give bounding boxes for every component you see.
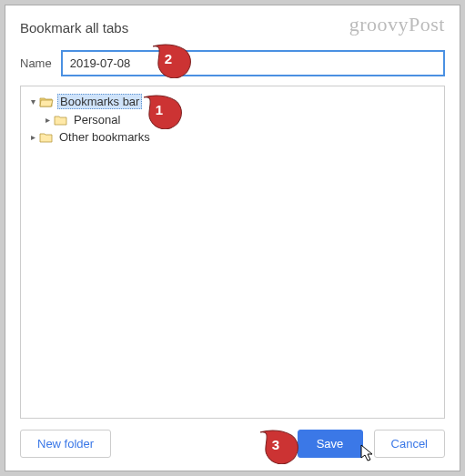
name-label: Name: [20, 56, 52, 70]
bookmark-all-tabs-dialog: groovyPost Bookmark all tabs Name ▾ Book…: [5, 5, 460, 471]
cancel-button[interactable]: Cancel: [374, 430, 445, 458]
folder-open-icon: [39, 96, 54, 108]
folder-tree[interactable]: ▾ Bookmarks bar ▸ Personal ▸: [20, 86, 445, 419]
new-folder-button[interactable]: New folder: [20, 430, 111, 458]
chevron-right-icon[interactable]: ▸: [41, 115, 54, 125]
button-row: New folder Save Cancel: [20, 430, 445, 458]
name-row: Name: [20, 50, 445, 76]
save-button[interactable]: Save: [298, 430, 363, 458]
name-input[interactable]: [61, 50, 445, 76]
tree-item-label: Personal: [72, 113, 122, 127]
tree-item-personal[interactable]: ▸ Personal: [25, 111, 440, 128]
chevron-down-icon[interactable]: ▾: [26, 96, 39, 106]
tree-item-bookmarks-bar[interactable]: ▾ Bookmarks bar: [25, 92, 440, 111]
folder-icon: [39, 131, 54, 144]
dialog-title: Bookmark all tabs: [20, 20, 445, 35]
tree-item-label: Bookmarks bar: [57, 94, 142, 109]
folder-icon: [54, 114, 68, 127]
tree-item-label: Other bookmarks: [57, 130, 152, 144]
chevron-right-icon[interactable]: ▸: [26, 132, 39, 142]
tree-item-other-bookmarks[interactable]: ▸ Other bookmarks: [25, 128, 440, 146]
